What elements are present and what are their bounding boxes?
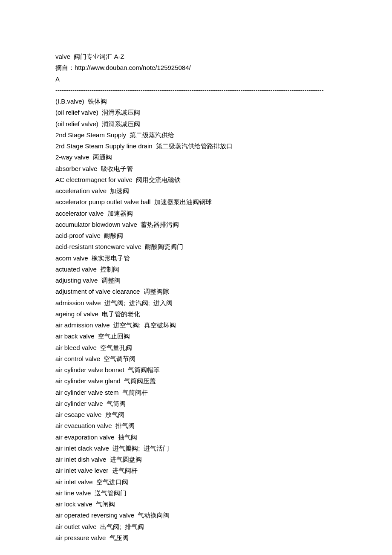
glossary-entry: ageing of valve 电子管的老化 [55,309,337,320]
source-line: 摘自：http://www.douban.com/note/125925084/ [55,62,337,73]
glossary-entry: air control valve 空气调节阀 [55,353,337,364]
glossary-entry: 2rd Stage Steam Supply line drain 第二级蒸汽供… [55,141,337,152]
glossary-entry: absorber valve 吸收电子管 [55,163,337,174]
glossary-entry: (oil relief valve) 润滑系减压阀 [55,107,337,118]
glossary-entry: air cylinder valve 气筒阀 [55,398,337,409]
glossary-entry: air admission valve 进空气阀; 真空破坏阀 [55,320,337,331]
document-title: valve 阀门专业词汇 A-Z [55,51,337,62]
glossary-entry: air lock valve 气闸阀 [55,499,337,510]
glossary-entry: accumulator blowdown valve 蓄热器排污阀 [55,219,337,230]
glossary-entry: accelerator valve 加速器阀 [55,208,337,219]
glossary-entry: acceleration valve 加速阀 [55,185,337,197]
glossary-entry: air pressure valve 气压阀 [55,532,337,543]
glossary-entry: air inlet valve lever 进气阀杆 [55,465,337,476]
glossary-entry: AC electromagnet for valve 阀用交流电磁铁 [55,174,337,185]
section-divider: ----------------------------------------… [55,85,337,96]
glossary-entry: air cylinder valve stem 气筒阀杆 [55,387,337,398]
glossary-entry: air cylinder valve bonnet 气筒阀帽罩 [55,364,337,376]
glossary-entry: 2nd Stage Steam Supply 第二级蒸汽供给 [55,130,337,141]
glossary-entry: 2-way valve 两通阀 [55,152,337,163]
glossary-entry: acid-resistant stoneware valve 耐酸陶瓷阀门 [55,241,337,252]
glossary-entry: acorn valve 橡实形电子管 [55,253,337,264]
glossary-entry: air line valve 送气管阀门 [55,488,337,499]
glossary-entry: accelerator pump outlet valve ball 加速器泵出… [55,197,337,208]
glossary-entry: air back valve 空气止回阀 [55,331,337,342]
glossary-entry: air inlet dish valve 进气圆盘阀 [55,454,337,465]
glossary-entry: adjusting valve 调整阀 [55,275,337,286]
glossary-entry: air evacuation valve 排气阀 [55,420,337,431]
section-letter: A [55,74,337,85]
glossary-entry: actuated valve 控制阀 [55,264,337,275]
glossary-entry: air escape valve 放气阀 [55,409,337,420]
glossary-entry: air cylinder valve gland 气筒阀压盖 [55,376,337,387]
glossary-entry: admission valve 进气阀; 进汽阀; 进入阀 [55,298,337,309]
glossary-entry: air inlet clack valve 进气瓣阀; 进气活门 [55,443,337,454]
glossary-entry: air inlet valve 空气进口阀 [55,477,337,488]
glossary-entry: (I.B.valve) 铁体阀 [55,96,337,107]
glossary-entry: air operated reversing valve 气动换向阀 [55,510,337,521]
glossary-entry: air bleed valve 空气量孔阀 [55,342,337,353]
glossary-entry: (oil relief valve) 润滑系减压阀 [55,119,337,130]
glossary-entry: acid-proof valve 耐酸阀 [55,230,337,241]
glossary-entry: air evaporation valve 抽气阀 [55,432,337,443]
glossary-entry: adjustment of valve clearance 调整阀隙 [55,286,337,297]
glossary-entry: air outlet valve 出气阀; 排气阀 [55,521,337,532]
